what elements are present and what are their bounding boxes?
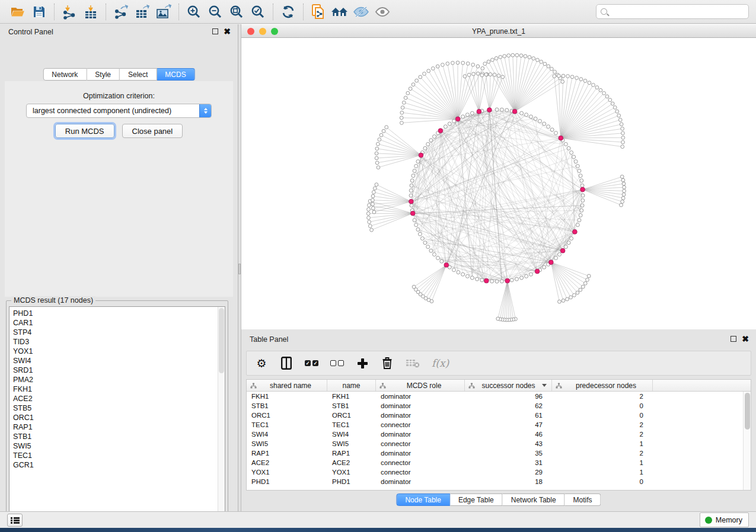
network-node[interactable] (515, 277, 518, 281)
network-node[interactable] (467, 73, 471, 77)
network-node[interactable] (495, 280, 499, 283)
network-node[interactable] (623, 185, 626, 189)
network-node[interactable] (491, 58, 495, 62)
tab-network-table[interactable]: Network Table (503, 493, 565, 506)
network-node[interactable] (433, 135, 436, 139)
network-node[interactable] (615, 110, 619, 113)
network-node[interactable] (540, 60, 543, 63)
tab-node-table[interactable]: Node Table (396, 493, 450, 506)
network-node[interactable] (480, 73, 484, 77)
network-node[interactable] (567, 146, 570, 150)
result-node-stb1[interactable]: STB1 (13, 432, 214, 441)
network-node[interactable] (581, 285, 585, 289)
network-node[interactable] (580, 209, 583, 212)
network-node[interactable] (367, 208, 371, 211)
network-node[interactable] (570, 75, 574, 79)
zoom-selected-button[interactable] (247, 2, 269, 21)
refresh-view-button[interactable] (277, 2, 299, 21)
network-node[interactable] (416, 160, 420, 164)
network-node[interactable] (587, 274, 591, 278)
network-node[interactable] (371, 194, 375, 198)
network-node[interactable] (382, 129, 385, 133)
network-node[interactable] (400, 121, 404, 125)
network-node[interactable] (562, 74, 565, 78)
network-node[interactable] (427, 69, 430, 73)
network-node[interactable] (496, 317, 500, 321)
dominator-node[interactable] (505, 278, 510, 283)
cell-name[interactable]: PHD1 (327, 477, 376, 486)
network-node[interactable] (586, 278, 589, 281)
result-node-car1[interactable]: CAR1 (13, 318, 214, 328)
network-node[interactable] (429, 249, 433, 252)
dominator-node[interactable] (559, 136, 563, 140)
network-node[interactable] (377, 166, 380, 169)
network-node[interactable] (471, 63, 475, 66)
network-node[interactable] (414, 223, 418, 227)
network-node[interactable] (400, 111, 404, 114)
network-node[interactable] (456, 61, 460, 65)
result-node-swi5[interactable]: SWI5 (13, 441, 214, 451)
network-node[interactable] (576, 164, 579, 168)
zoom-fit-button[interactable] (226, 2, 247, 21)
network-node[interactable] (379, 133, 383, 137)
network-node[interactable] (580, 184, 584, 187)
dominator-node[interactable] (477, 109, 481, 114)
network-node[interactable] (413, 219, 416, 222)
network-node[interactable] (452, 119, 456, 123)
hide-selected-button[interactable] (350, 2, 372, 21)
dominator-node[interactable] (512, 109, 517, 114)
cell-successor-nodes[interactable]: 35 (465, 448, 552, 458)
network-node[interactable] (375, 152, 378, 155)
network-node[interactable] (553, 75, 556, 78)
cell-mcds-role[interactable]: dominator (376, 411, 465, 420)
network-node[interactable] (620, 175, 624, 178)
cell-shared-name[interactable]: RAP1 (247, 448, 327, 458)
network-node[interactable] (621, 127, 624, 130)
network-node[interactable] (621, 145, 624, 149)
run-mcds-button[interactable]: Run MCDS (55, 124, 114, 138)
cell-successor-nodes[interactable]: 61 (465, 411, 552, 420)
zoom-in-button[interactable] (183, 2, 205, 21)
task-history-button[interactable] (7, 514, 23, 527)
network-node[interactable] (501, 75, 505, 79)
result-node-tid3[interactable]: TID3 (13, 337, 214, 347)
network-node[interactable] (371, 198, 375, 202)
network-node[interactable] (378, 138, 381, 142)
network-node[interactable] (465, 113, 469, 117)
network-node[interactable] (500, 108, 503, 111)
network-node[interactable] (375, 147, 379, 150)
dominator-node[interactable] (573, 229, 578, 234)
first-neighbors-icon-button[interactable] (329, 2, 350, 21)
network-node[interactable] (402, 101, 406, 104)
network-node[interactable] (519, 54, 523, 57)
network-node[interactable] (400, 116, 403, 120)
network-node[interactable] (613, 106, 617, 110)
network-node[interactable] (431, 67, 435, 70)
network-node[interactable] (554, 257, 558, 260)
result-node-stb5[interactable]: STB5 (13, 403, 214, 413)
cell-name[interactable]: ACE2 (327, 458, 376, 467)
network-node[interactable] (412, 83, 415, 86)
cell-shared-name[interactable]: ACE2 (247, 458, 327, 467)
network-node[interactable] (452, 268, 456, 272)
network-node[interactable] (470, 276, 474, 280)
import-network-button[interactable] (59, 2, 80, 21)
network-node[interactable] (448, 122, 451, 126)
network-node[interactable] (543, 122, 546, 126)
network-node[interactable] (487, 60, 490, 63)
network-node[interactable] (570, 151, 573, 155)
network-node[interactable] (373, 187, 377, 190)
network-node[interactable] (511, 53, 515, 57)
network-node[interactable] (406, 91, 410, 95)
network-node[interactable] (581, 198, 585, 202)
network-node[interactable] (484, 73, 488, 76)
dominator-node[interactable] (409, 199, 414, 204)
network-node[interactable] (416, 227, 420, 231)
cell-mcds-role[interactable]: connector (376, 458, 465, 467)
network-node[interactable] (410, 179, 414, 182)
network-node[interactable] (566, 75, 570, 78)
network-node[interactable] (583, 281, 587, 285)
column-header-mcds-role[interactable]: MCDS role (376, 380, 465, 391)
cell-mcds-role[interactable]: connector (376, 467, 465, 477)
network-node[interactable] (622, 182, 626, 185)
